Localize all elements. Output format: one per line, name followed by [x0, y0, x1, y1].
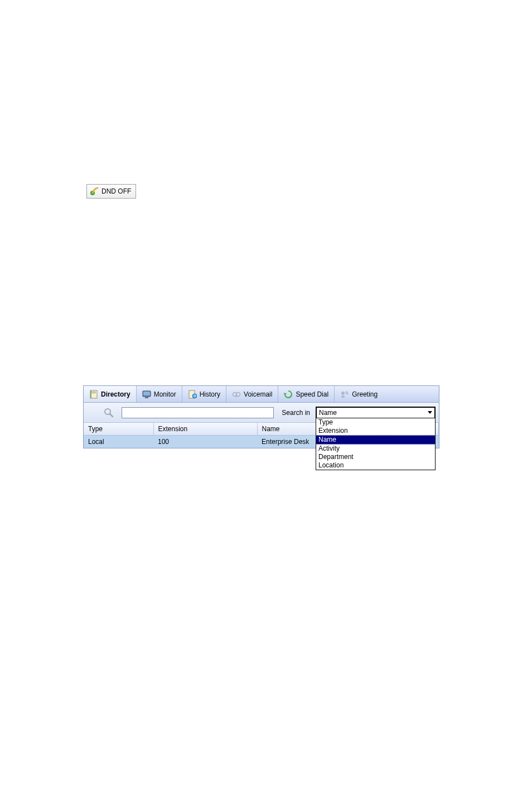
dnd-label: DND OFF — [101, 187, 131, 195]
dropdown-option-activity[interactable]: Activity — [316, 445, 435, 453]
dropdown-option-location[interactable]: Location — [316, 461, 435, 470]
history-icon — [188, 390, 197, 399]
col-header-extension[interactable]: Extension — [153, 423, 257, 436]
search-in-label: Search in — [282, 409, 310, 417]
tab-label: History — [200, 390, 220, 398]
tab-label: Voicemail — [244, 390, 272, 398]
tab-monitor[interactable]: Monitor — [137, 386, 182, 402]
search-in-selected: Name — [319, 409, 337, 417]
tab-bar: Directory Monitor History Voicemail Spee… — [84, 386, 439, 403]
cell-extension: 100 — [153, 436, 257, 448]
dnd-off-button[interactable]: DND OFF — [86, 184, 136, 199]
tab-speed-dial[interactable]: Speed Dial — [278, 386, 335, 402]
search-in-select[interactable]: Name — [316, 407, 436, 419]
directory-panel: Directory Monitor History Voicemail Spee… — [83, 385, 439, 448]
greeting-icon — [340, 390, 349, 399]
tab-label: Directory — [101, 390, 130, 398]
svg-rect-3 — [91, 393, 96, 393]
search-input[interactable] — [122, 407, 274, 418]
tab-history[interactable]: History — [182, 386, 226, 402]
svg-rect-6 — [145, 397, 148, 398]
dropdown-option-type[interactable]: Type — [316, 418, 435, 427]
dropdown-option-name[interactable]: Name — [316, 435, 435, 445]
search-icon — [104, 408, 114, 418]
dnd-icon — [89, 186, 99, 196]
svg-rect-2 — [91, 392, 96, 392]
chevron-down-icon — [428, 411, 432, 414]
tab-label: Speed Dial — [296, 390, 328, 398]
tab-label: Greeting — [352, 390, 378, 398]
voicemail-icon — [232, 390, 241, 399]
dropdown-option-department[interactable]: Department — [316, 453, 435, 461]
monitor-icon — [142, 390, 151, 399]
directory-icon — [89, 390, 98, 399]
search-in-select-wrap: Name Type Extension Name Activity Depart… — [316, 407, 436, 419]
tab-label: Monitor — [154, 390, 176, 398]
search-in-dropdown: Type Extension Name Activity Department … — [316, 418, 436, 470]
search-bar: Search in Name Type Extension Name Activ… — [84, 403, 439, 423]
col-header-type[interactable]: Type — [84, 423, 153, 436]
dropdown-option-extension[interactable]: Extension — [316, 427, 435, 435]
svg-point-11 — [341, 392, 345, 395]
cell-type: Local — [84, 436, 153, 448]
svg-rect-5 — [143, 392, 150, 395]
tab-voicemail[interactable]: Voicemail — [226, 386, 278, 402]
tab-greeting[interactable]: Greeting — [335, 386, 383, 402]
tab-directory[interactable]: Directory — [84, 386, 137, 402]
speed-dial-icon — [284, 390, 293, 399]
